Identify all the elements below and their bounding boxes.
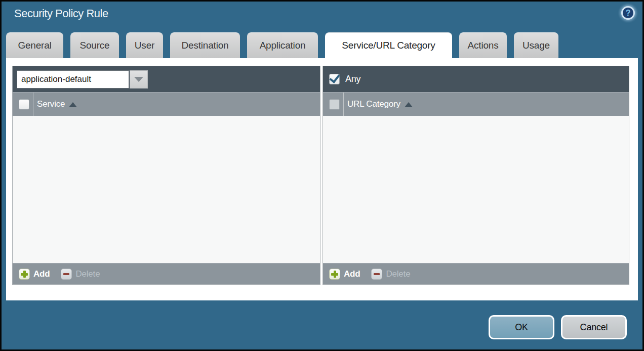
sort-ascending-icon[interactable] [405, 102, 413, 107]
add-button-label: Add [344, 269, 360, 279]
cancel-button[interactable]: Cancel [561, 315, 627, 339]
tab-user[interactable]: User [126, 32, 163, 58]
tab-bar: General Source User Destination Applicat… [6, 32, 558, 58]
url-category-footer: Add Delete [323, 263, 629, 284]
url-category-panel: Any URL Category Add Delete [323, 66, 629, 285]
delete-button-label: Delete [386, 269, 410, 279]
service-add-button[interactable]: Add [19, 269, 50, 280]
column-divider [343, 93, 344, 116]
url-category-column-header[interactable]: URL Category [347, 99, 400, 109]
any-checkbox[interactable] [329, 74, 340, 84]
security-policy-rule-dialog: Security Policy Rule ? General Source Us… [0, 0, 644, 351]
service-column-header[interactable]: Service [37, 99, 65, 109]
any-checkbox-label[interactable]: Any [345, 74, 360, 84]
url-category-select-all-checkbox[interactable] [329, 99, 340, 110]
tab-usage[interactable]: Usage [514, 32, 558, 58]
plus-icon [19, 269, 30, 280]
service-list[interactable] [13, 116, 320, 263]
help-icon[interactable]: ? [621, 6, 635, 20]
service-type-dropdown-input[interactable] [17, 70, 129, 89]
url-category-add-button[interactable]: Add [329, 269, 360, 280]
sort-ascending-icon[interactable] [69, 102, 77, 107]
tab-application[interactable]: Application [247, 32, 318, 58]
dialog-title: Security Policy Rule [14, 7, 108, 20]
delete-button-label: Delete [75, 269, 100, 279]
service-footer: Add Delete [13, 263, 320, 284]
service-type-dropdown-button[interactable] [130, 70, 148, 89]
service-select-all-checkbox[interactable] [19, 99, 29, 110]
column-divider [33, 93, 33, 116]
url-category-table-header[interactable]: URL Category [323, 92, 629, 116]
url-category-delete-button[interactable]: Delete [371, 269, 410, 280]
tab-actions[interactable]: Actions [459, 32, 507, 58]
tab-service-url-category[interactable]: Service/URL Category [325, 32, 452, 58]
url-category-list[interactable] [323, 116, 629, 263]
tab-destination[interactable]: Destination [170, 32, 240, 58]
minus-icon [371, 269, 382, 280]
service-delete-button[interactable]: Delete [61, 269, 100, 280]
chevron-down-icon [134, 77, 143, 82]
tab-content-area: Service Add Delete Any [6, 58, 638, 300]
service-panel: Service Add Delete [12, 66, 320, 285]
url-category-toolbar: Any [323, 66, 629, 92]
help-glyph: ? [626, 9, 631, 18]
plus-icon [329, 269, 340, 280]
tab-general[interactable]: General [6, 32, 63, 58]
add-button-label: Add [33, 269, 50, 279]
tab-source[interactable]: Source [70, 32, 119, 58]
service-toolbar [13, 66, 320, 92]
ok-button[interactable]: OK [489, 315, 554, 339]
minus-icon [61, 269, 72, 280]
service-table-header[interactable]: Service [13, 92, 320, 116]
